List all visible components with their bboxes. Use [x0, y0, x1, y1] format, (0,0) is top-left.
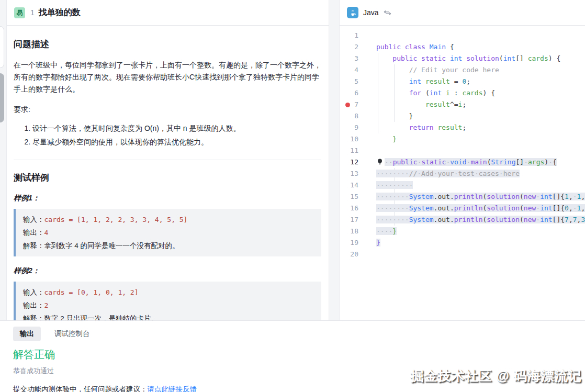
- result-title: 解答正确: [13, 348, 572, 362]
- breakpoint-icon[interactable]: [345, 103, 350, 107]
- sample1-label: 样例1：: [14, 194, 321, 203]
- tab-output[interactable]: 输出: [13, 327, 41, 341]
- sample2-label: 样例2：: [14, 266, 321, 276]
- left-edge-handle-top[interactable]: [0, 26, 4, 68]
- output-code: 4: [44, 229, 49, 237]
- explain-text: 拿到数字 4 的同学是唯一一个没有配对的。: [44, 242, 179, 250]
- input-label: 输入：: [23, 216, 44, 223]
- requirement-item: 设计一个算法，使其时间复杂度为 O(n)，其中 n 是班级的人数。: [32, 121, 321, 135]
- output-tabs: 输出 调试控制台: [13, 327, 572, 341]
- requirement-item: 尽量减少额外空间的使用，以体现你的算法优化能力。: [32, 135, 321, 149]
- code-editor[interactable]: 12public class Main {3 public static int…: [340, 26, 585, 320]
- problem-header: 易 1 找单独的数: [7, 0, 329, 26]
- explain-label: 解释：: [23, 315, 44, 320]
- description-text: 在一个班级中，每位同学都拿到了一张卡片，上面有一个整数。有趣的是，除了一个数字之…: [14, 59, 321, 95]
- explain-text: 数字 2 只出现一次，是独特的卡片。: [44, 315, 159, 320]
- output-code: 2: [44, 301, 49, 309]
- problem-title: 找单独的数: [39, 7, 81, 18]
- swap-language-icon[interactable]: [384, 9, 391, 16]
- feedback-link[interactable]: 请点此链接反馈: [148, 385, 197, 392]
- editor-header: Java: [340, 0, 585, 26]
- input-code: cards = [1, 1, 2, 2, 3, 3, 4, 5, 5]: [44, 216, 188, 223]
- input-label: 输入：: [23, 288, 44, 296]
- tab-debug-console[interactable]: 调试控制台: [54, 329, 90, 339]
- editor-panel: Java 12public class Main {3 public stati…: [339, 0, 585, 321]
- difficulty-badge: 易: [14, 7, 25, 18]
- section-divider: [14, 160, 321, 160]
- explain-label: 解释：: [23, 242, 44, 250]
- requirements-list: 设计一个算法，使其时间复杂度为 O(n)，其中 n 是班级的人数。 尽量减少额外…: [14, 121, 321, 149]
- language-label: Java: [363, 8, 379, 17]
- samples-heading: 测试样例: [14, 172, 321, 184]
- app-root: 易 1 找单独的数 问题描述 在一个班级中，每位同学都拿到了一张卡片，上面有一个…: [0, 0, 585, 392]
- problem-content[interactable]: 问题描述 在一个班级中，每位同学都拿到了一张卡片，上面有一个整数。有趣的是，除了…: [7, 26, 329, 320]
- sample1-block: 输入：cards = [1, 1, 2, 2, 3, 3, 4, 5, 5] 输…: [14, 209, 321, 256]
- problem-number: 1: [30, 8, 35, 17]
- description-heading: 问题描述: [14, 38, 321, 50]
- feedback-row: 提交功能内测体验中，任何问题或者建议：请点此链接反馈: [13, 385, 572, 392]
- sample2-block: 输入：cards = [0, 1, 0, 1, 2] 输出：2 解释：数字 2 …: [14, 282, 321, 320]
- requirements-label: 要求:: [14, 104, 321, 116]
- feedback-text: 提交功能内测体验中，任何问题或者建议：: [13, 385, 148, 392]
- output-label: 输出：: [23, 301, 44, 309]
- output-label: 输出：: [23, 229, 44, 237]
- left-edge-scroll-handle[interactable]: [0, 73, 4, 122]
- java-icon: [347, 7, 358, 18]
- code-lines: 12public class Main {3 public static int…: [340, 30, 585, 260]
- problem-panel: 易 1 找单独的数 问题描述 在一个班级中，每位同学都拿到了一张卡片，上面有一个…: [6, 0, 329, 321]
- watermark: 掘金技术社区 @ 码海漂流记: [411, 367, 582, 385]
- lightbulb-icon[interactable]: [376, 158, 385, 165]
- input-code: cards = [0, 1, 0, 1, 2]: [44, 288, 139, 296]
